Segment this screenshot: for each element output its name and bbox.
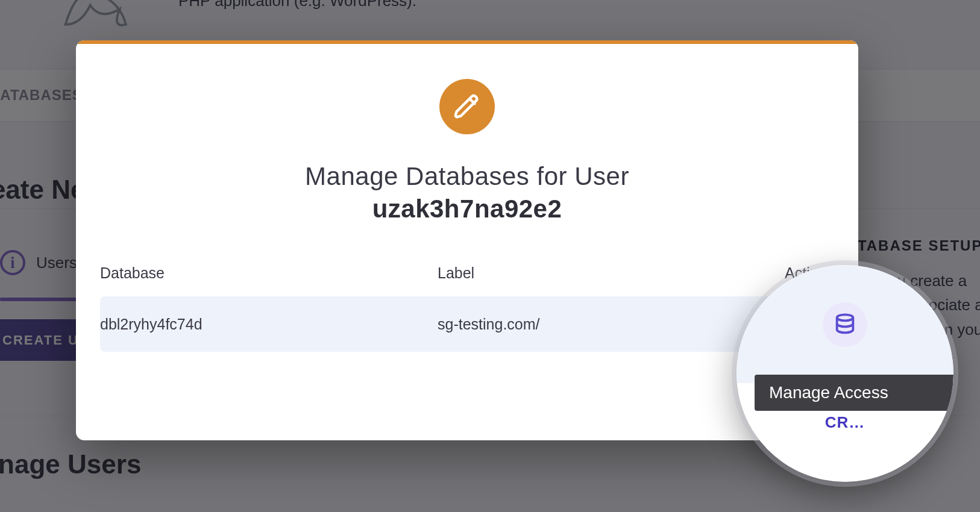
spotlight-callout: Manage Access CR… bbox=[737, 265, 953, 482]
cell-database: dbl2ryhy4fc74d bbox=[100, 316, 438, 333]
svg-point-1 bbox=[837, 314, 853, 320]
spotlight-manage-access-button[interactable] bbox=[823, 302, 867, 347]
manage-access-tooltip: Manage Access bbox=[755, 375, 953, 411]
spotlight-under-text: CR… bbox=[737, 413, 953, 432]
pencil-icon bbox=[439, 79, 495, 134]
table-row: dbl2ryhy4fc74d sg-testing.com/ bbox=[100, 296, 834, 352]
cell-label: sg-testing.com/ bbox=[438, 316, 738, 333]
database-icon bbox=[833, 313, 857, 337]
modal-user: uzak3h7na92e2 bbox=[76, 195, 858, 223]
database-table: Database Label Actions dbl2ryhy4fc74d sg… bbox=[100, 264, 834, 352]
col-database: Database bbox=[100, 264, 438, 282]
modal-title: Manage Databases for User bbox=[76, 162, 858, 191]
col-label: Label bbox=[438, 264, 738, 282]
table-header: Database Label Actions bbox=[100, 264, 834, 296]
